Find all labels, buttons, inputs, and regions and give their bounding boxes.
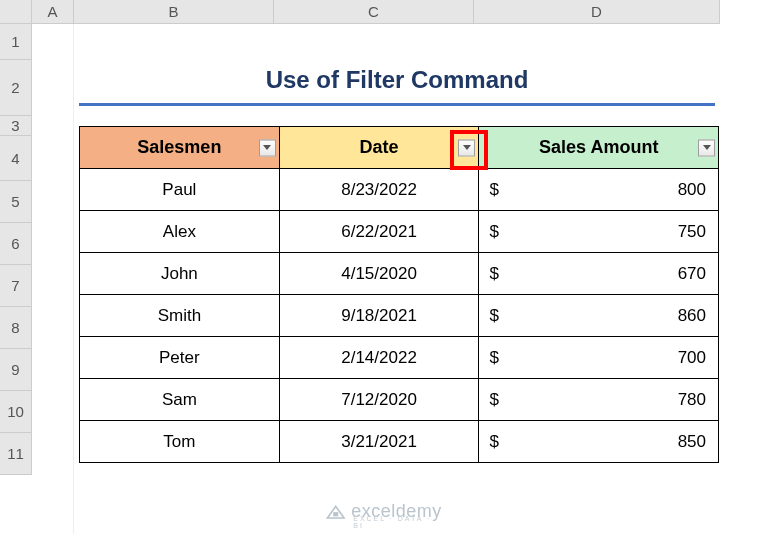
- currency-symbol: $: [489, 222, 498, 242]
- cell-amount[interactable]: $750: [479, 211, 719, 253]
- col-header-b[interactable]: B: [74, 0, 274, 24]
- cell-amount[interactable]: $860: [479, 295, 719, 337]
- cell-salesman[interactable]: Peter: [80, 337, 280, 379]
- cell-date[interactable]: 3/21/2021: [279, 421, 479, 463]
- row-header-7[interactable]: 7: [0, 265, 32, 307]
- amount-value: 850: [678, 432, 706, 452]
- header-date-label: Date: [360, 137, 399, 157]
- svg-marker-2: [703, 145, 711, 150]
- dropdown-icon: [703, 145, 711, 151]
- cell-date[interactable]: 6/22/2021: [279, 211, 479, 253]
- cell-salesman[interactable]: Paul: [80, 169, 280, 211]
- row-header-1[interactable]: 1: [0, 24, 32, 60]
- col-header-a[interactable]: A: [32, 0, 74, 24]
- row-header-9[interactable]: 9: [0, 349, 32, 391]
- cell-salesman[interactable]: Sam: [80, 379, 280, 421]
- select-all-corner[interactable]: [0, 0, 32, 24]
- column-a-area[interactable]: [32, 24, 74, 534]
- table-row[interactable]: Paul8/23/2022$800: [80, 169, 719, 211]
- watermark-tagline: EXCEL · DATA · BI: [353, 515, 442, 529]
- cell-salesman[interactable]: John: [80, 253, 280, 295]
- dropdown-icon: [463, 145, 471, 151]
- cell-date[interactable]: 7/12/2020: [279, 379, 479, 421]
- currency-symbol: $: [489, 306, 498, 326]
- cell-date[interactable]: 8/23/2022: [279, 169, 479, 211]
- filter-button-amount[interactable]: [698, 139, 715, 156]
- cell-date[interactable]: 4/15/2020: [279, 253, 479, 295]
- cell-salesman[interactable]: Alex: [80, 211, 280, 253]
- row-header-6[interactable]: 6: [0, 223, 32, 265]
- col-header-c[interactable]: C: [274, 0, 474, 24]
- spreadsheet-grid: A B C D: [0, 0, 767, 24]
- cell-amount[interactable]: $670: [479, 253, 719, 295]
- amount-value: 670: [678, 264, 706, 284]
- amount-value: 780: [678, 390, 706, 410]
- cell-amount[interactable]: $850: [479, 421, 719, 463]
- currency-symbol: $: [489, 390, 498, 410]
- table-row[interactable]: Peter2/14/2022$700: [80, 337, 719, 379]
- watermark-logo-icon: [325, 504, 345, 520]
- header-salesmen[interactable]: Salesmen: [80, 127, 280, 169]
- filter-button-salesmen[interactable]: [259, 139, 276, 156]
- sales-table: Salesmen Date Sales Amount: [79, 126, 719, 463]
- row-header-10[interactable]: 10: [0, 391, 32, 433]
- currency-symbol: $: [489, 180, 498, 200]
- currency-symbol: $: [489, 348, 498, 368]
- row-header-3[interactable]: 3: [0, 116, 32, 136]
- amount-value: 860: [678, 306, 706, 326]
- cell-salesman[interactable]: Tom: [80, 421, 280, 463]
- amount-value: 700: [678, 348, 706, 368]
- cell-date[interactable]: 2/14/2022: [279, 337, 479, 379]
- cell-amount[interactable]: $700: [479, 337, 719, 379]
- header-amount[interactable]: Sales Amount: [479, 127, 719, 169]
- header-salesmen-label: Salesmen: [137, 137, 221, 157]
- row-header-4[interactable]: 4: [0, 136, 32, 181]
- cell-date[interactable]: 9/18/2021: [279, 295, 479, 337]
- table-row[interactable]: John4/15/2020$670: [80, 253, 719, 295]
- row-header-2[interactable]: 2: [0, 60, 32, 116]
- cell-salesman[interactable]: Smith: [80, 295, 280, 337]
- table-row[interactable]: Smith9/18/2021$860: [80, 295, 719, 337]
- row-header-8[interactable]: 8: [0, 307, 32, 349]
- row-header-5[interactable]: 5: [0, 181, 32, 223]
- col-header-d[interactable]: D: [474, 0, 720, 24]
- header-date[interactable]: Date: [279, 127, 479, 169]
- svg-marker-1: [463, 145, 471, 150]
- currency-symbol: $: [489, 432, 498, 452]
- cell-amount[interactable]: $780: [479, 379, 719, 421]
- row-header-11[interactable]: 11: [0, 433, 32, 475]
- svg-rect-4: [333, 512, 338, 516]
- svg-marker-0: [263, 145, 271, 150]
- watermark: exceldemy EXCEL · DATA · BI: [325, 501, 442, 522]
- amount-value: 750: [678, 222, 706, 242]
- table-row[interactable]: Sam7/12/2020$780: [80, 379, 719, 421]
- table-row[interactable]: Alex6/22/2021$750: [80, 211, 719, 253]
- cell-amount[interactable]: $800: [479, 169, 719, 211]
- page-title: Use of Filter Command: [79, 56, 715, 106]
- amount-value: 800: [678, 180, 706, 200]
- filter-button-date[interactable]: [458, 139, 475, 156]
- header-amount-label: Sales Amount: [539, 137, 658, 157]
- dropdown-icon: [263, 145, 271, 151]
- currency-symbol: $: [489, 264, 498, 284]
- table-row[interactable]: Tom3/21/2021$850: [80, 421, 719, 463]
